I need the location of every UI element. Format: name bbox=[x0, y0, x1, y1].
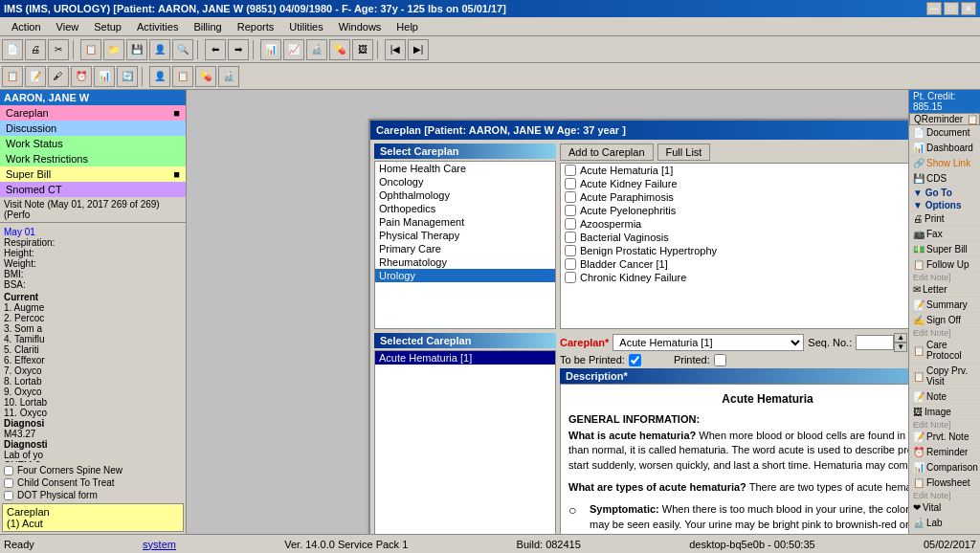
right-action-letter[interactable]: ✉ Letter bbox=[909, 282, 980, 298]
bottom-checkbox-2[interactable] bbox=[4, 478, 13, 488]
list-item-pain-management[interactable]: Pain Management bbox=[375, 215, 555, 229]
list-item-primary-care[interactable]: Primary Care bbox=[375, 242, 555, 255]
toolbar-btn-13[interactable]: 🔬 bbox=[306, 39, 327, 60]
right-action-prvt-note[interactable]: 📝 Prvt. Note bbox=[909, 430, 980, 445]
toolbar-btn-8[interactable]: 🔍 bbox=[172, 39, 193, 60]
nav-super-bill[interactable]: Super Bill ■ bbox=[0, 166, 186, 182]
condition-check-5[interactable] bbox=[565, 218, 576, 230]
right-action-care-protocol[interactable]: 📋 Care Protocol bbox=[909, 338, 980, 364]
toolbar2-btn-6[interactable]: 🔄 bbox=[117, 66, 138, 87]
toolbar2-btn-1[interactable]: 📋 bbox=[2, 66, 23, 87]
toolbar-btn-6[interactable]: 💾 bbox=[126, 39, 147, 60]
menu-activities[interactable]: Activities bbox=[129, 19, 186, 34]
selected-careplan-list[interactable]: Acute Hematuria [1] bbox=[374, 350, 556, 534]
toolbar-btn-3[interactable]: ✂ bbox=[48, 39, 69, 60]
toolbar-btn-4[interactable]: 📋 bbox=[80, 39, 101, 60]
visit-date-link[interactable]: May 01 bbox=[4, 227, 182, 237]
toolbar-btn-16[interactable]: |◀ bbox=[385, 39, 406, 60]
condition-check-9[interactable] bbox=[565, 272, 576, 283]
bottom-checkbox-1[interactable] bbox=[4, 466, 13, 476]
right-action-document[interactable]: 📄 Document bbox=[909, 125, 980, 141]
toolbar-btn-5[interactable]: 📁 bbox=[103, 39, 124, 60]
toolbar-btn-14[interactable]: 💊 bbox=[329, 39, 350, 60]
condition-check-7[interactable] bbox=[565, 245, 576, 256]
list-item-oncology[interactable]: Oncology bbox=[375, 175, 555, 188]
toolbar-btn-10[interactable]: ➡ bbox=[228, 39, 249, 60]
toolbar-btn-11[interactable]: 📊 bbox=[260, 39, 281, 60]
maximize-button[interactable]: □ bbox=[944, 2, 959, 15]
condition-check-1[interactable] bbox=[565, 165, 576, 176]
toolbar2-btn-8[interactable]: 📋 bbox=[172, 66, 193, 87]
toolbar2-btn-2[interactable]: 📝 bbox=[25, 66, 46, 87]
condition-check-3[interactable] bbox=[565, 191, 576, 203]
right-action-image[interactable]: 🖼 Image bbox=[909, 405, 980, 420]
minimize-button[interactable]: — bbox=[926, 2, 942, 15]
toolbar-btn-12[interactable]: 📈 bbox=[283, 39, 304, 60]
list-item-ophthalmology[interactable]: Ophthalmology bbox=[375, 188, 555, 202]
careplan-list-box[interactable]: Home Health Care Oncology Ophthalmology … bbox=[374, 161, 556, 329]
right-action-print[interactable]: 🖨 Print bbox=[909, 211, 980, 227]
selected-careplan-item[interactable]: Acute Hematuria [1] bbox=[375, 351, 555, 365]
seq-no-input[interactable] bbox=[856, 335, 894, 350]
add-to-careplan-button[interactable]: Add to Careplan bbox=[560, 144, 654, 161]
right-action-copy-prv[interactable]: 📋 Copy Prv. Visit bbox=[909, 364, 980, 389]
toolbar-btn-17[interactable]: ▶| bbox=[408, 39, 429, 60]
menu-windows[interactable]: Windows bbox=[331, 19, 390, 34]
spinner-down[interactable]: ▼ bbox=[894, 343, 907, 352]
right-action-reminder[interactable]: ⏰ Reminder bbox=[909, 445, 980, 460]
right-action-sign-off[interactable]: ✍ Sign Off bbox=[909, 313, 980, 328]
menu-setup[interactable]: Setup bbox=[86, 19, 129, 34]
list-item-home-health[interactable]: Home Health Care bbox=[375, 162, 555, 175]
right-action-flowsheet[interactable]: 📋 Flowsheet bbox=[909, 476, 980, 491]
close-button[interactable]: ✕ bbox=[961, 2, 976, 15]
right-action-comparison[interactable]: 📊 Comparison bbox=[909, 460, 980, 476]
menu-view[interactable]: View bbox=[49, 19, 87, 34]
list-item-physical-therapy[interactable]: Physical Therapy bbox=[375, 229, 555, 242]
toolbar2-btn-3[interactable]: 🖋 bbox=[48, 66, 69, 87]
right-action-show-link[interactable]: 🔗 Show Link bbox=[909, 156, 980, 171]
toolbar2-btn-10[interactable]: 🔬 bbox=[218, 66, 239, 87]
menu-action[interactable]: Action bbox=[4, 19, 49, 34]
right-action-note[interactable]: 📝 Note bbox=[909, 389, 980, 405]
toolbar-btn-9[interactable]: ⬅ bbox=[205, 39, 226, 60]
toolbar2-btn-7[interactable]: 👤 bbox=[149, 66, 170, 87]
condition-check-8[interactable] bbox=[565, 258, 576, 270]
right-action-summary[interactable]: 📝 Summary bbox=[909, 298, 980, 313]
bottom-checkbox-3[interactable] bbox=[4, 491, 13, 500]
toolbar2-btn-5[interactable]: 📊 bbox=[94, 66, 115, 87]
nav-discussion[interactable]: Discussion bbox=[0, 121, 186, 136]
list-item-orthopedics[interactable]: Orthopedics bbox=[375, 202, 555, 215]
nav-work-restrictions[interactable]: Work Restrictions bbox=[0, 151, 186, 166]
condition-check-2[interactable] bbox=[565, 178, 576, 189]
condition-check-6[interactable] bbox=[565, 232, 576, 243]
menu-billing[interactable]: Billing bbox=[186, 19, 229, 34]
toolbar-btn-1[interactable]: 📄 bbox=[2, 39, 23, 60]
toolbar-btn-2[interactable]: 🖨 bbox=[25, 39, 46, 60]
nav-snomed-ct[interactable]: Snomed CT bbox=[0, 182, 186, 197]
right-action-lab[interactable]: 🔬 Lab bbox=[909, 516, 980, 531]
list-item-rheumatology[interactable]: Rheumatology bbox=[375, 255, 555, 269]
full-list-button[interactable]: Full List bbox=[657, 144, 711, 161]
nav-work-status[interactable]: Work Status bbox=[0, 136, 186, 151]
right-action-super-bill[interactable]: 💵 Super Bill bbox=[909, 242, 980, 257]
list-item-urology[interactable]: Urology bbox=[375, 269, 555, 282]
condition-check-4[interactable] bbox=[565, 205, 576, 216]
toolbar-btn-7[interactable]: 👤 bbox=[149, 39, 170, 60]
condition-list[interactable]: Acute Hematuria [1] Acute Kidney Failure… bbox=[560, 163, 908, 329]
toolbar-btn-15[interactable]: 🖼 bbox=[352, 39, 373, 60]
careplan-select[interactable]: Acute Hematuria [1] bbox=[612, 334, 804, 351]
toolbar2-btn-4[interactable]: ⏰ bbox=[71, 66, 92, 87]
spinner-up[interactable]: ▲ bbox=[894, 333, 907, 343]
printed-checkbox[interactable] bbox=[714, 354, 726, 366]
right-action-cds[interactable]: 💾 CDS bbox=[909, 171, 980, 187]
right-action-vital[interactable]: ❤ Vital bbox=[909, 500, 980, 516]
right-action-pqrs[interactable]: 📋 PQRS bbox=[909, 531, 980, 534]
menu-reports[interactable]: Reports bbox=[230, 19, 282, 34]
menu-help[interactable]: Help bbox=[389, 19, 426, 34]
to-be-printed-checkbox[interactable] bbox=[629, 354, 641, 366]
right-action-follow-up[interactable]: 📋 Follow Up bbox=[909, 257, 980, 273]
window-controls[interactable]: — □ ✕ bbox=[926, 2, 976, 15]
menu-utilities[interactable]: Utilities bbox=[281, 19, 330, 34]
right-action-fax[interactable]: 📠 Fax bbox=[909, 227, 980, 242]
toolbar2-btn-9[interactable]: 💊 bbox=[195, 66, 216, 87]
